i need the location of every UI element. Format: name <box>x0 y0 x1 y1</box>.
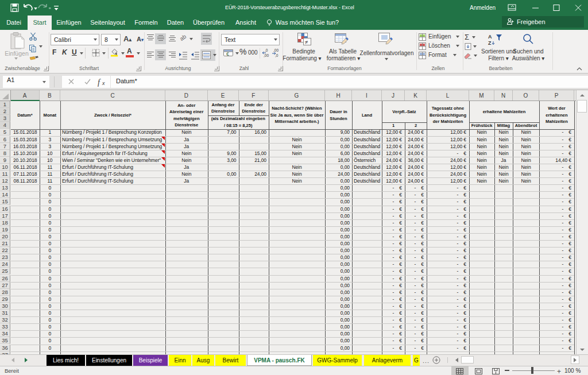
svg-text:x: x <box>102 80 105 86</box>
svg-text:,0: ,0 <box>275 53 278 57</box>
svg-text:f: f <box>98 78 101 87</box>
svg-text:€: € <box>226 51 229 57</box>
svg-text:≠: ≠ <box>305 39 308 45</box>
svg-text:Z: Z <box>488 40 492 46</box>
svg-text:,0: ,0 <box>265 48 268 52</box>
svg-text:A: A <box>488 34 492 40</box>
svg-text:,00: ,00 <box>264 53 269 57</box>
svg-text:,00: ,00 <box>273 48 278 52</box>
